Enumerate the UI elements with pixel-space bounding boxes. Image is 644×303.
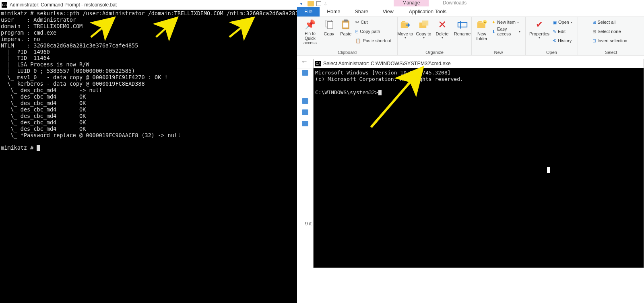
btn-label: Select none <box>598 29 621 34</box>
paste-button[interactable]: Paste <box>339 18 353 36</box>
group-label: Clipboard <box>338 49 357 55</box>
select-all-icon: ⊞ <box>592 20 596 25</box>
shortcut-icon: 📋 <box>355 38 361 43</box>
new-item-button[interactable]: ✦New item ▾ <box>492 18 523 27</box>
delete-button[interactable]: ✕ Delete▾ <box>434 18 450 40</box>
terminal-line: \_ *Password replace @ 0000019FC90AACF8 … <box>1 132 181 138</box>
overflow-icon[interactable]: ⇩ <box>324 1 327 6</box>
terminal-line: \_ des_cbc_md4 OK <box>1 106 86 113</box>
btn-label: Copy <box>324 31 334 36</box>
new-folder-button[interactable]: ✦ New folder <box>474 18 489 41</box>
btn-label: Copy path <box>360 29 380 34</box>
terminal-line: | PID 14960 <box>1 49 50 55</box>
cursor <box>37 145 40 151</box>
left-terminal-body[interactable]: mimikatz # sekurlsa::pth /user:Administr… <box>0 10 297 151</box>
properties-button[interactable]: ✔ Properties▾ <box>528 18 550 40</box>
copy-to-button[interactable]: Copy to▾ <box>416 18 432 40</box>
history-button[interactable]: ⟲History <box>553 36 575 45</box>
svg-text:✦: ✦ <box>483 21 487 25</box>
btn-label: Easy access <box>497 27 517 36</box>
btn-label: New folder <box>474 31 489 41</box>
rename-button[interactable]: Rename <box>453 18 472 36</box>
btn-label: Open <box>558 20 569 25</box>
nested-cmd-title: Select Administrator: C:\WINDOWS\SYSTEM3… <box>323 61 451 66</box>
quick-access-toolbar: ▾ ⇩ Manage Downloads <box>297 0 644 7</box>
move-to-button[interactable]: Move to▾ <box>397 18 413 40</box>
easy-access-icon: ⬇ <box>492 29 495 34</box>
svg-rect-7 <box>422 21 428 26</box>
checkbox-icon[interactable] <box>316 1 321 6</box>
terminal-line: NTLM : 32608ca2d6a8a281c3e376a7cafe4855 <box>1 42 138 49</box>
btn-label: Edit <box>558 29 566 34</box>
rename-icon <box>456 19 469 31</box>
paste-shortcut-button[interactable]: 📋Paste shortcut <box>355 36 393 45</box>
left-terminal-title: Administrator: Command Prompt - msfconso… <box>10 2 117 8</box>
paste-icon <box>340 19 352 31</box>
ribbon-group-select: ⊞Select all ⊟Select none ⊡Invert selecti… <box>578 17 644 55</box>
cursor <box>378 90 382 95</box>
terminal-line: \_ msv1_0 - data copy @ 0000019FC91F4270… <box>1 74 168 80</box>
properties-icon: ✔ <box>533 19 545 31</box>
window-title-partial: Downloads <box>443 0 466 6</box>
scissors-icon: ✂ <box>355 20 359 25</box>
terminal-line: user : Administrator <box>1 16 76 23</box>
new-folder-icon: ✦ <box>476 19 488 31</box>
tab-share[interactable]: Share <box>348 7 376 16</box>
terminal-line: program : cmd.exe <box>1 29 56 36</box>
btn-label: Cut <box>361 20 367 25</box>
cut-button[interactable]: ✂Cut <box>355 18 393 27</box>
left-terminal-titlebar[interactable]: C:\ Administrator: Command Prompt - msfc… <box>0 0 297 10</box>
terminal-line: mimikatz # <box>1 144 37 151</box>
copy-path-button[interactable]: ⎘Copy path <box>355 27 393 36</box>
terminal-line: C:\WINDOWS\system32> <box>315 89 378 95</box>
tab-home[interactable]: Home <box>320 7 347 16</box>
easy-access-button[interactable]: ⬇Easy access ▾ <box>492 27 523 36</box>
nav-item[interactable] <box>297 119 313 128</box>
select-none-button[interactable]: ⊟Select none <box>592 27 630 36</box>
btn-label: Pin to Quick access <box>301 31 319 45</box>
open-button[interactable]: ▣Open ▾ <box>553 18 575 27</box>
nav-item[interactable] <box>297 68 313 77</box>
copy-icon <box>323 19 335 31</box>
btn-label: Paste <box>340 31 351 36</box>
delete-icon: ✕ <box>436 19 448 31</box>
group-label: Select <box>605 49 617 55</box>
tab-application-tools[interactable]: Application Tools <box>402 7 454 16</box>
terminal-line: \_ kerberos - data copy @ 0000019FC8EAD3… <box>1 80 145 87</box>
btn-label: Invert selection <box>598 38 627 43</box>
chevron-down-icon[interactable]: ▾ <box>300 2 302 6</box>
folder-icon[interactable] <box>308 1 314 6</box>
new-item-icon: ✦ <box>492 20 495 25</box>
open-icon: ▣ <box>553 20 557 25</box>
ribbon-group-open: ✔ Properties▾ ▣Open ▾ ✎Edit ⟲History Ope… <box>526 17 578 55</box>
nested-cmd-window: C:\ Select Administrator: C:\WINDOWS\SYS… <box>313 59 644 268</box>
nav-pane-partial <box>297 68 313 229</box>
svg-rect-3 <box>344 20 348 22</box>
contextual-tab-manage[interactable]: Manage <box>394 0 429 6</box>
nav-item[interactable] <box>297 108 313 117</box>
nested-cmd-body[interactable]: Microsoft Windows [Version 10.0.17745.32… <box>314 68 644 268</box>
group-label: Open <box>546 49 557 55</box>
nested-cmd-titlebar[interactable]: C:\ Select Administrator: C:\WINDOWS\SYS… <box>314 59 644 68</box>
file-explorer-window: ▾ ⇩ Manage Downloads File Home Share Vie… <box>297 0 644 303</box>
terminal-line: \_ des_cbc_md4 OK <box>1 113 86 119</box>
select-all-button[interactable]: ⊞Select all <box>592 18 630 27</box>
edit-button[interactable]: ✎Edit <box>553 27 575 36</box>
back-button[interactable]: ← <box>299 56 310 68</box>
tab-file[interactable]: File <box>297 7 320 16</box>
group-label: New <box>494 49 503 55</box>
svg-rect-4 <box>343 23 349 28</box>
terminal-line: Microsoft Windows [Version 10.0.17745.32… <box>315 70 451 76</box>
pin-to-quick-access-button[interactable]: 📌 Pin to Quick access <box>301 18 319 45</box>
status-items-count: 9 it <box>305 221 312 227</box>
terminal-line: (c) Microsoft Corporation. All rights re… <box>315 76 463 82</box>
invert-icon: ⊡ <box>592 38 596 43</box>
ribbon: 📌 Pin to Quick access Copy Paste ✂C <box>297 17 644 56</box>
copy-button[interactable]: Copy <box>322 18 336 36</box>
left-terminal-window: C:\ Administrator: Command Prompt - msfc… <box>0 0 297 303</box>
btn-label: Select all <box>598 20 616 25</box>
nav-item[interactable] <box>297 97 313 105</box>
tab-view[interactable]: View <box>376 7 401 16</box>
invert-selection-button[interactable]: ⊡Invert selection <box>592 36 630 45</box>
move-icon <box>399 19 411 31</box>
